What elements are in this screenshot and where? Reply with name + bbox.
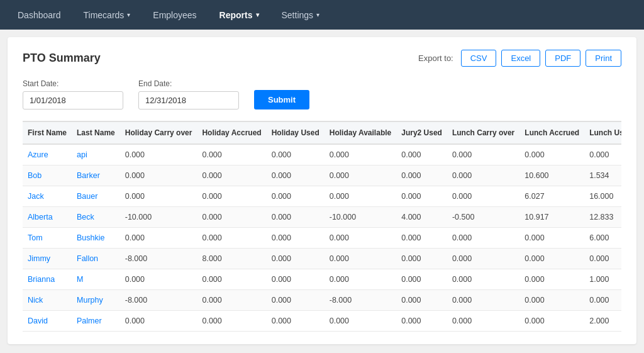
cell-j2u: 0.000: [396, 311, 447, 332]
page-title: PTO Summary: [23, 52, 101, 65]
export-csv-button[interactable]: CSV: [461, 50, 497, 67]
cell-first-name[interactable]: Jimmy: [23, 249, 72, 269]
cell-ha: 0.000: [197, 165, 266, 186]
cell-last-name[interactable]: Beck: [72, 207, 120, 228]
cell-la: 0.000: [519, 228, 584, 249]
cell-j2u: 4.000: [396, 207, 447, 228]
cell-hu: 0.000: [267, 186, 325, 207]
cell-hu: 0.000: [267, 144, 325, 165]
nav-reports[interactable]: Reports ▾: [208, 0, 270, 30]
col-lunch-used: Lunch Used: [584, 121, 621, 144]
nav-timecards-label: Timecards: [84, 10, 125, 20]
cell-last-name[interactable]: Barker: [72, 165, 120, 186]
cell-lco: 0.000: [447, 165, 519, 186]
end-date-input[interactable]: [138, 91, 239, 109]
table-row: TomBushkie0.0000.0000.0000.0000.0000.000…: [23, 228, 621, 249]
cell-first-name[interactable]: Tom: [23, 228, 72, 249]
cell-la: 10.917: [519, 207, 584, 228]
cell-hco: 0.000: [120, 269, 197, 290]
cell-hco: -8.000: [120, 290, 197, 311]
col-first-name: First Name: [23, 121, 72, 144]
cell-ha: 0.000: [197, 207, 266, 228]
cell-first-name[interactable]: Alberta: [23, 207, 72, 228]
table-row: Azureapi0.0000.0000.0000.0000.0000.0000.…: [23, 144, 621, 165]
cell-first-name[interactable]: Bob: [23, 165, 72, 186]
cell-first-name[interactable]: Azure: [23, 144, 72, 165]
cell-ha: 0.000: [197, 269, 266, 290]
cell-hav: 0.000: [325, 228, 396, 249]
chevron-down-icon-reports: ▾: [256, 11, 259, 18]
cell-hav: 0.000: [325, 249, 396, 269]
cell-first-name[interactable]: Brianna: [23, 269, 72, 290]
cell-lu: 6.000: [584, 228, 621, 249]
cell-last-name[interactable]: M: [72, 269, 120, 290]
cell-hav: 0.000: [325, 144, 396, 165]
col-holiday-used: Holiday Used: [267, 121, 325, 144]
cell-hav: -10.000: [325, 207, 396, 228]
cell-hav: -8.000: [325, 290, 396, 311]
pto-table: First Name Last Name Holiday Carry over …: [23, 121, 621, 332]
cell-last-name[interactable]: Fallon: [72, 249, 120, 269]
cell-lco: 0.000: [447, 311, 519, 332]
table-row: BriannaM0.0000.0000.0000.0000.0000.0000.…: [23, 269, 621, 290]
start-date-input[interactable]: [23, 91, 123, 109]
cell-lu: 0.000: [584, 144, 621, 165]
cell-hco: 0.000: [120, 165, 197, 186]
chevron-down-icon: ▾: [127, 11, 130, 18]
cell-la: 0.000: [519, 144, 584, 165]
cell-ha: 0.000: [197, 186, 266, 207]
cell-hav: 0.000: [325, 165, 396, 186]
cell-hu: 0.000: [267, 207, 325, 228]
cell-lco: 0.000: [447, 186, 519, 207]
cell-last-name[interactable]: Murphy: [72, 290, 120, 311]
nav-dashboard[interactable]: Dashboard: [6, 0, 72, 30]
end-date-label: End Date:: [138, 79, 239, 88]
navigation: Dashboard Timecards ▾ Employees Reports …: [0, 0, 644, 30]
cell-first-name[interactable]: Nick: [23, 290, 72, 311]
cell-hu: 0.000: [267, 165, 325, 186]
cell-hav: 0.000: [325, 186, 396, 207]
cell-la: 6.027: [519, 186, 584, 207]
cell-last-name[interactable]: Bushkie: [72, 228, 120, 249]
nav-settings[interactable]: Settings ▾: [270, 0, 331, 30]
cell-lu: 1.000: [584, 269, 621, 290]
export-pdf-button[interactable]: PDF: [545, 50, 580, 67]
cell-hco: -8.000: [120, 249, 197, 269]
main-content: PTO Summary Export to: CSV Excel PDF Pri…: [8, 37, 636, 344]
cell-last-name[interactable]: Palmer: [72, 311, 120, 332]
cell-hu: 0.000: [267, 311, 325, 332]
nav-employees[interactable]: Employees: [142, 0, 208, 30]
cell-la: 0.000: [519, 290, 584, 311]
nav-employees-label: Employees: [153, 10, 196, 20]
cell-last-name[interactable]: Bauer: [72, 186, 120, 207]
col-jury2-used: Jury2 Used: [396, 121, 447, 144]
chevron-down-icon-settings: ▾: [316, 11, 319, 18]
col-last-name: Last Name: [72, 121, 120, 144]
cell-lu: 12.833: [584, 207, 621, 228]
cell-lco: 0.000: [447, 269, 519, 290]
cell-la: 0.000: [519, 269, 584, 290]
col-holiday-available: Holiday Available: [325, 121, 396, 144]
export-label: Export to:: [418, 53, 453, 63]
cell-j2u: 0.000: [396, 249, 447, 269]
submit-button[interactable]: Submit: [254, 90, 309, 109]
cell-lu: 0.000: [584, 290, 621, 311]
table-row: BobBarker0.0000.0000.0000.0000.0000.0001…: [23, 165, 621, 186]
col-lunch-carry-over: Lunch Carry over: [447, 121, 519, 144]
cell-first-name[interactable]: Jack: [23, 186, 72, 207]
table-row: JimmyFallon-8.0008.0000.0000.0000.0000.0…: [23, 249, 621, 269]
table-header: First Name Last Name Holiday Carry over …: [23, 121, 621, 144]
col-holiday-carry-over: Holiday Carry over: [120, 121, 197, 144]
end-date-field: End Date:: [138, 79, 239, 109]
cell-ha: 0.000: [197, 290, 266, 311]
cell-hu: 0.000: [267, 290, 325, 311]
nav-dashboard-label: Dashboard: [18, 10, 61, 20]
cell-last-name[interactable]: api: [72, 144, 120, 165]
export-print-button[interactable]: Print: [586, 50, 621, 67]
cell-ha: 0.000: [197, 228, 266, 249]
page-header: PTO Summary Export to: CSV Excel PDF Pri…: [23, 50, 621, 67]
nav-timecards[interactable]: Timecards ▾: [72, 0, 142, 30]
cell-lco: 0.000: [447, 249, 519, 269]
export-excel-button[interactable]: Excel: [501, 50, 540, 67]
cell-first-name[interactable]: David: [23, 311, 72, 332]
